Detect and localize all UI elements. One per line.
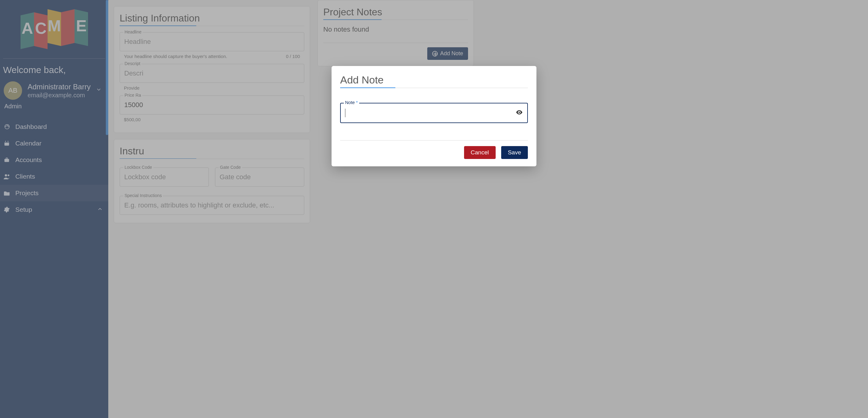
modal-overlay[interactable]: Add Note Note *	[0, 0, 868, 418]
cancel-button[interactable]: Cancel	[464, 146, 496, 159]
dialog-title: Add Note	[340, 74, 528, 88]
note-label-wrap: Note *	[344, 100, 359, 105]
note-input[interactable]	[347, 103, 516, 122]
eye-icon[interactable]	[516, 109, 523, 117]
note-label: Note	[345, 100, 355, 105]
note-required-mark: *	[356, 100, 358, 105]
save-button[interactable]: Save	[501, 146, 528, 159]
app-root: A C M E Welcome back, AB Administrator B…	[0, 0, 868, 418]
text-caret	[345, 109, 345, 117]
add-note-dialog: Add Note Note *	[332, 66, 536, 166]
note-field: Note *	[340, 103, 528, 123]
svg-point-18	[519, 112, 520, 113]
dialog-actions: Cancel Save	[340, 140, 528, 159]
note-input-outline	[340, 103, 528, 123]
